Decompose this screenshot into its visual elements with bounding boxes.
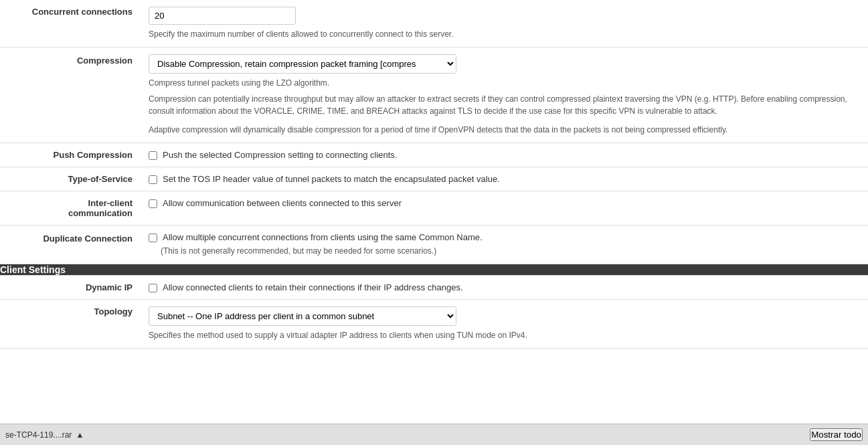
topology-value-cell: Subnet -- One IP address per client in a… [141,300,868,349]
topology-row: Topology Subnet -- One IP address per cl… [0,300,868,349]
type-of-service-checkbox-row: Set the TOS IP header value of tunnel pa… [149,174,860,184]
concurrent-connections-description: Specify the maximum number of clients al… [149,28,860,40]
inter-client-value-cell: Allow communication between clients conn… [141,191,868,226]
concurrent-connections-input[interactable] [149,7,296,25]
inter-client-checkbox-row: Allow communication between clients conn… [149,198,860,208]
settings-table: Concurrent connections Specify the maxim… [0,0,868,349]
duplicate-connection-description: Allow multiple concurrent connections fr… [163,232,483,242]
compression-label: Compression [0,48,141,143]
type-of-service-checkbox[interactable] [149,175,157,184]
type-of-service-value-cell: Set the TOS IP header value of tunnel pa… [141,167,868,191]
topology-label: Topology [0,300,141,349]
dynamic-ip-label: Dynamic IP [0,276,141,300]
concurrent-connections-label: Concurrent connections [0,0,141,48]
push-compression-checkbox-row: Push the selected Compression setting to… [149,150,860,160]
dynamic-ip-row: Dynamic IP Allow connected clients to re… [0,276,868,300]
duplicate-connection-label: Duplicate Connection [0,226,141,264]
compression-description-3: Adaptive compression will dynamically di… [149,124,860,136]
duplicate-connection-checkbox-row: Allow multiple concurrent connections fr… [149,232,860,242]
push-compression-description: Push the selected Compression setting to… [163,150,397,160]
concurrent-connections-value-cell: Specify the maximum number of clients al… [141,0,868,48]
topology-select[interactable]: Subnet -- One IP address per client in a… [149,306,456,326]
type-of-service-description: Set the TOS IP header value of tunnel pa… [163,174,500,184]
inter-client-label: Inter-client communication [0,191,141,226]
concurrent-connections-row: Concurrent connections Specify the maxim… [0,0,868,48]
push-compression-row: Push Compression Push the selected Compr… [0,143,868,167]
duplicate-connection-checkbox[interactable] [149,234,157,242]
dynamic-ip-value-cell: Allow connected clients to retain their … [141,276,868,300]
push-compression-value-cell: Push the selected Compression setting to… [141,143,868,167]
dynamic-ip-description: Allow connected clients to retain their … [163,282,463,292]
push-compression-label: Push Compression [0,143,141,167]
duplicate-connection-note: (This is not generally recommended, but … [161,245,860,257]
type-of-service-label: Type-of-Service [0,167,141,191]
dynamic-ip-checkbox[interactable] [149,284,157,292]
inter-client-row: Inter-client communication Allow communi… [0,191,868,226]
push-compression-checkbox[interactable] [149,151,157,160]
compression-select[interactable]: Disable Compression, retain compression … [149,54,456,74]
client-settings-header: Client Settings [0,264,868,276]
duplicate-connection-row: Duplicate Connection Allow multiple conc… [0,226,868,264]
compression-description-1: Compress tunnel packets using the LZO al… [149,77,860,89]
type-of-service-row: Type-of-Service Set the TOS IP header va… [0,167,868,191]
compression-value-cell: Disable Compression, retain compression … [141,48,868,143]
compression-row: Compression Disable Compression, retain … [0,48,868,143]
inter-client-description: Allow communication between clients conn… [163,198,402,208]
inter-client-checkbox[interactable] [149,199,157,208]
dynamic-ip-checkbox-row: Allow connected clients to retain their … [149,282,860,292]
compression-description-2: Compression can potentially increase thr… [149,93,860,117]
topology-description: Specifies the method used to supply a vi… [149,329,860,341]
duplicate-connection-value-cell: Allow multiple concurrent connections fr… [141,226,868,264]
client-settings-header-row: Client Settings [0,264,868,276]
